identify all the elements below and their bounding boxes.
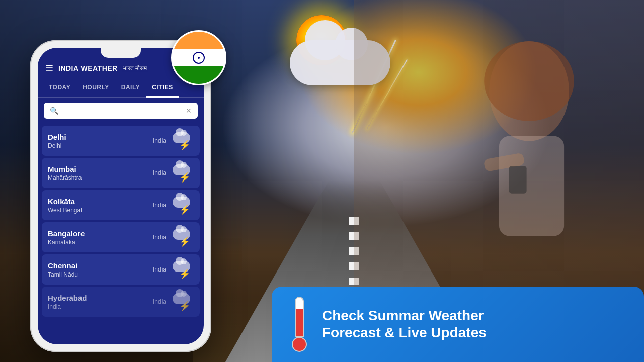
thermo-fill	[296, 309, 303, 336]
city-item-chennai[interactable]: Chennai Tamil Nādu India ⚡	[42, 254, 200, 285]
city-name-chennai: Chennai	[48, 261, 153, 270]
thermo-tube	[295, 297, 304, 337]
weather-icon-partial: ⚡	[171, 292, 194, 312]
app-title-hindi: भारत मौसम	[123, 65, 147, 72]
thermo-bulb	[292, 337, 307, 352]
city-info-bangalore: Bangalore Karnātaka	[48, 229, 153, 246]
hamburger-icon[interactable]: ☰	[45, 63, 53, 74]
city-country-bangalore: India	[153, 234, 166, 241]
search-icon: 🔍	[50, 107, 58, 115]
city-item-delhi[interactable]: Delhi Delhi India ⚡	[42, 126, 200, 156]
tab-cities[interactable]: CITIES	[146, 79, 179, 98]
city-info-kolkata: Kolkāta West Bengal	[48, 197, 153, 214]
weather-icon-kolkata: ⚡	[171, 195, 194, 215]
city-country-delhi: India	[153, 137, 166, 144]
bottom-banner: Check Summar Weather Forecast & Live Upd…	[272, 287, 644, 362]
weather-icon-chennai: ⚡	[171, 259, 194, 280]
tab-today[interactable]: TODAY	[43, 79, 76, 97]
city-name-bangalore: Bangalore	[48, 229, 153, 238]
svg-point-1	[484, 41, 574, 121]
city-name-mumbai: Mumbai	[48, 165, 153, 173]
city-name-delhi: Delhi	[48, 133, 153, 141]
weather-icon-mumbai: ⚡	[171, 163, 194, 183]
city-name-kolkata: Kolkāta	[48, 197, 153, 206]
city-state-partial: India	[48, 303, 153, 310]
tab-hourly[interactable]: HOURLY	[76, 79, 115, 97]
city-item-partial[interactable]: Hyderābād India India ⚡	[42, 287, 200, 317]
india-flag-circle	[171, 30, 226, 85]
city-item-kolkata[interactable]: Kolkāta West Bengal India ⚡	[42, 190, 200, 220]
banner-line1: Check Summar Weather	[322, 307, 629, 324]
phone-screen: ☰ INDIA WEATHER भारत मौसम TODAY HOURLY D…	[38, 48, 204, 344]
weather-icon-bangalore: ⚡	[171, 227, 194, 247]
search-bar: 🔍 ✕	[44, 103, 198, 119]
ashoka-chakra	[193, 52, 205, 64]
city-country-chennai: India	[153, 266, 166, 273]
flag-white	[173, 49, 225, 67]
city-info-mumbai: Mumbai Mahārāshtra	[48, 165, 153, 182]
svg-rect-2	[499, 136, 564, 236]
search-clear-icon[interactable]: ✕	[186, 107, 192, 115]
thermometer-icon	[287, 297, 312, 352]
city-country-mumbai: India	[153, 169, 166, 176]
city-state-kolkata: West Bengal	[48, 207, 153, 214]
banner-text: Check Summar Weather Forecast & Live Upd…	[322, 307, 629, 341]
city-name-partial: Hyderābād	[48, 294, 153, 302]
city-state-bangalore: Karnātaka	[48, 239, 153, 246]
phone-frame: ☰ INDIA WEATHER भारत मौसम TODAY HOURLY D…	[30, 40, 211, 352]
city-item-bangalore[interactable]: Bangalore Karnātaka India ⚡	[42, 222, 200, 252]
city-state-mumbai: Mahārāshtra	[48, 174, 153, 182]
city-info-delhi: Delhi Delhi	[48, 133, 153, 149]
search-container: 🔍 ✕	[38, 98, 204, 124]
city-country-partial: India	[153, 298, 166, 305]
phone-notch	[101, 48, 141, 58]
search-input[interactable]	[62, 107, 182, 115]
city-item-mumbai[interactable]: Mumbai Mahārāshtra India ⚡	[42, 158, 200, 188]
city-country-kolkata: India	[153, 202, 166, 209]
city-info-partial: Hyderābād India	[48, 294, 153, 310]
phone-mockup: ☰ INDIA WEATHER भारत मौसम TODAY HOURLY D…	[30, 40, 211, 352]
svg-rect-4	[509, 166, 527, 194]
city-info-chennai: Chennai Tamil Nādu	[48, 261, 153, 278]
weather-icon-delhi: ⚡	[171, 131, 194, 151]
city-state-delhi: Delhi	[48, 142, 153, 149]
tab-daily[interactable]: DAILY	[115, 79, 146, 97]
city-state-chennai: Tamil Nādu	[48, 271, 153, 278]
app-title: INDIA WEATHER	[58, 64, 118, 72]
city-list: Delhi Delhi India ⚡ Mumbai	[38, 124, 204, 317]
tabs-row: TODAY HOURLY DAILY CITIES	[38, 79, 204, 98]
banner-line2: Forecast & Live Updates	[322, 324, 629, 341]
